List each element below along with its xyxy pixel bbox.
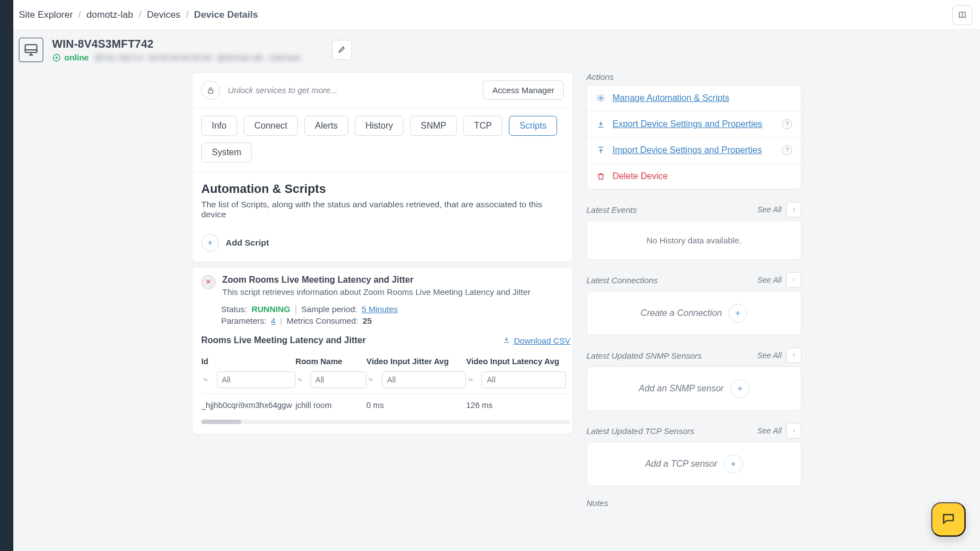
- see-all-tcp[interactable]: See All: [757, 426, 782, 435]
- action-import[interactable]: Import Device Settings and Properties ?: [587, 137, 801, 164]
- section-description: The list of Scripts, along with the stat…: [201, 200, 564, 220]
- filter-room[interactable]: [310, 371, 366, 388]
- action-delete[interactable]: Delete Device: [587, 164, 801, 189]
- add-snmp-row[interactable]: Add an SNMP sensor: [587, 367, 801, 410]
- filter-jitter[interactable]: [382, 371, 466, 388]
- snmp-see-all-button[interactable]: [786, 348, 802, 363]
- col-jitter[interactable]: Video Input Jitter Avg: [366, 357, 466, 366]
- device-type-icon: [19, 38, 43, 62]
- left-nav-rail[interactable]: [0, 0, 13, 551]
- device-tabs: Info Connect Alerts History SNMP TCP Scr…: [192, 108, 573, 172]
- sample-period-link[interactable]: 5 Minutes: [362, 304, 398, 314]
- trash-icon: [596, 171, 606, 181]
- events-see-all-button[interactable]: [786, 202, 802, 217]
- tcp-see-all-button[interactable]: [786, 423, 802, 438]
- plus-icon: [728, 304, 747, 323]
- action-manage-link[interactable]: Manage Automation & Scripts: [612, 93, 729, 103]
- sample-label: Sample period:: [302, 304, 358, 314]
- tab-info[interactable]: Info: [201, 116, 237, 136]
- tab-connect[interactable]: Connect: [244, 116, 298, 136]
- table-horizontal-scrollbar[interactable]: [201, 420, 570, 424]
- chat-fab[interactable]: [931, 502, 966, 537]
- chat-icon: [941, 512, 956, 528]
- col-id[interactable]: Id: [201, 357, 295, 366]
- metrics-label: Metrics Consumed:: [287, 316, 358, 325]
- filter-latency[interactable]: [482, 371, 566, 388]
- see-all-snmp[interactable]: See All: [757, 351, 782, 360]
- unlock-text: Unlock services to get more...: [228, 85, 475, 95]
- status-label: online: [64, 53, 89, 62]
- col-latency[interactable]: Video Input Latency Avg: [466, 357, 566, 366]
- cell-latency: 126 ms: [466, 401, 566, 410]
- device-header: WIN-8V4S3MFT742 online @192.168.0.0 00:0…: [13, 30, 980, 72]
- table-row: _hjjhb0cqri9xm3hx64ggw jchill room 0 ms …: [201, 394, 570, 416]
- create-connection-label: Create a Connection: [641, 308, 722, 318]
- breadcrumb-current: Device Details: [194, 9, 258, 21]
- metrics-value: 25: [363, 316, 372, 325]
- device-ip-blur: @192.168.0.0: [94, 53, 143, 62]
- action-delete-label: Delete Device: [612, 171, 668, 181]
- device-extra-blur: Unknown: [269, 53, 301, 62]
- download-icon: [596, 119, 606, 129]
- script-card: Zoom Rooms Live Meeting Latency and Jitt…: [192, 267, 573, 435]
- side-title-tcp: Latest Updated TCP Sensors: [586, 426, 695, 436]
- sort-icon[interactable]: [295, 374, 304, 385]
- see-all-connections[interactable]: See All: [757, 276, 782, 284]
- table-title: Rooms Live Meeting Latency and Jitter: [201, 335, 496, 345]
- params-link[interactable]: 4: [271, 316, 275, 325]
- tab-history[interactable]: History: [355, 116, 404, 136]
- download-csv-link[interactable]: Download CSV: [503, 336, 570, 345]
- breadcrumb-devices[interactable]: Devices: [147, 9, 180, 21]
- action-export-link[interactable]: Export Device Settings and Properties: [612, 119, 762, 129]
- breadcrumb-bar: Site Explorer / domotz-lab / Devices / D…: [13, 0, 980, 30]
- sort-icon[interactable]: [366, 374, 375, 385]
- unlock-bar: Unlock services to get more... Access Ma…: [192, 73, 573, 108]
- filter-id[interactable]: [217, 371, 295, 388]
- add-snmp-label: Add an SNMP sensor: [639, 384, 723, 394]
- tab-tcp[interactable]: TCP: [463, 116, 502, 136]
- status-value: RUNNING: [252, 304, 290, 314]
- tab-scripts[interactable]: Scripts: [509, 116, 557, 136]
- breadcrumb-site-explorer[interactable]: Site Explorer: [19, 9, 73, 21]
- action-import-link[interactable]: Import Device Settings and Properties: [612, 145, 762, 155]
- add-script-row[interactable]: Add Script: [192, 229, 573, 262]
- side-title-notes: Notes: [586, 498, 802, 508]
- col-room-name[interactable]: Room Name: [295, 357, 366, 366]
- pencil-icon: [338, 45, 346, 55]
- breadcrumb: Site Explorer / domotz-lab / Devices / D…: [19, 9, 258, 21]
- docs-button[interactable]: [952, 5, 972, 25]
- help-icon[interactable]: ?: [782, 119, 792, 129]
- action-manage[interactable]: Manage Automation & Scripts: [587, 85, 801, 111]
- create-connection-row[interactable]: Create a Connection: [587, 292, 801, 335]
- scripts-section: Automation & Scripts The list of Scripts…: [192, 172, 573, 229]
- breadcrumb-domotz-lab[interactable]: domotz-lab: [86, 9, 133, 21]
- connections-see-all-button[interactable]: [786, 272, 802, 288]
- gear-icon: [596, 93, 606, 103]
- cell-room: jchill room: [295, 401, 366, 410]
- sort-icon[interactable]: [466, 374, 475, 385]
- actions-panel: Manage Automation & Scripts Export Devic…: [586, 85, 802, 190]
- add-tcp-label: Add a TCP sensor: [645, 459, 717, 469]
- help-icon[interactable]: ?: [782, 145, 792, 155]
- access-manager-button[interactable]: Access Manager: [483, 80, 564, 100]
- script-title: Zoom Rooms Live Meeting Latency and Jitt…: [222, 275, 530, 285]
- script-meta-2: Parameters: 4 | Metrics Consumed: 25: [192, 316, 573, 328]
- sort-icon[interactable]: [201, 374, 210, 385]
- see-all-events[interactable]: See All: [757, 205, 782, 214]
- side-title-actions: Actions: [586, 72, 802, 81]
- script-description: This script retrieves information about …: [222, 287, 530, 297]
- add-tcp-row[interactable]: Add a TCP sensor: [587, 442, 801, 486]
- remove-script-button[interactable]: [201, 275, 216, 289]
- action-export[interactable]: Export Device Settings and Properties ?: [587, 111, 801, 137]
- tab-system[interactable]: System: [201, 142, 252, 162]
- tab-snmp[interactable]: SNMP: [410, 116, 457, 136]
- upload-icon: [596, 145, 606, 155]
- tab-alerts[interactable]: Alerts: [304, 116, 348, 136]
- breadcrumb-sep: /: [186, 9, 188, 21]
- edit-device-button[interactable]: [332, 40, 352, 60]
- side-title-connections: Latest Connections: [586, 276, 657, 285]
- svg-point-4: [600, 97, 602, 99]
- plus-icon: [724, 455, 743, 473]
- device-site-blur: @domotz-lab: [217, 53, 263, 62]
- book-icon: [957, 10, 967, 20]
